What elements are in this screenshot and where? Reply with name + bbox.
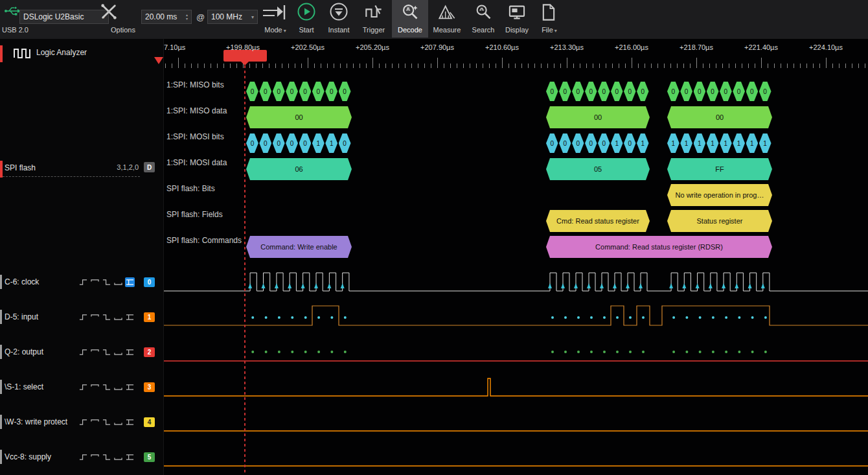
ruler-tick (716, 64, 716, 68)
low-level-trigger-icon[interactable] (113, 312, 123, 322)
trigger-button[interactable]: Trigger (358, 26, 389, 34)
search-button[interactable]: Search (468, 26, 498, 34)
decode-row-label[interactable]: SPI flash: Commands (166, 236, 242, 245)
decode-row-label[interactable]: SPI flash: Fields (166, 210, 223, 219)
start-icon[interactable] (297, 2, 316, 21)
any-edge-trigger-icon[interactable] (125, 382, 135, 392)
wrench-icon[interactable] (100, 3, 118, 21)
decode-row-label[interactable]: SPI flash: Bits (166, 184, 215, 193)
trigger-icon[interactable] (365, 3, 383, 21)
falling-edge-trigger-icon[interactable] (102, 347, 111, 357)
channel-badge[interactable]: 4 (144, 417, 155, 427)
ruler-tick (534, 64, 535, 68)
channel-badge[interactable]: 3 (144, 382, 155, 392)
channel-badge[interactable]: 2 (144, 347, 155, 357)
decode-button[interactable]: Decode (392, 26, 428, 34)
rising-edge-trigger-icon[interactable] (78, 382, 88, 392)
ruler-tick (347, 64, 347, 68)
rising-edge-trigger-icon[interactable] (78, 277, 88, 287)
file-icon[interactable] (540, 3, 557, 21)
field-annotation: Cmd: Read status register (546, 210, 650, 232)
ruler-tick (573, 64, 574, 68)
instant-button[interactable]: Instant (323, 26, 354, 34)
high-level-trigger-icon[interactable] (90, 382, 100, 392)
low-level-trigger-icon[interactable] (113, 382, 123, 392)
rising-edge-trigger-icon[interactable] (78, 417, 88, 427)
low-level-trigger-icon[interactable] (113, 452, 123, 462)
ruler-tick (638, 64, 639, 68)
channel-accent-bar (0, 310, 2, 324)
decode-row-label[interactable]: 1:SPI: MOSI data (166, 158, 227, 167)
falling-edge-trigger-icon[interactable] (102, 277, 111, 287)
ruler-tick (625, 64, 626, 68)
ruler-tick (787, 64, 788, 68)
spinner-arrows-icon[interactable]: ▴▾ (183, 13, 188, 21)
high-level-trigger-icon[interactable] (90, 452, 100, 462)
channel-row-clock[interactable]: C-6: clock 0 (0, 273, 163, 291)
measure-icon[interactable] (438, 3, 456, 21)
channel-accent-bar (0, 450, 2, 464)
search-icon[interactable] (474, 3, 492, 21)
sample-rate-select[interactable]: 100 MHz▾ (207, 10, 258, 24)
falling-edge-trigger-icon[interactable] (102, 312, 111, 322)
file-button[interactable]: File▾ (536, 26, 563, 34)
decoder-channel-map[interactable]: 3,1,2,0 (76, 163, 139, 171)
low-level-trigger-icon[interactable] (113, 277, 123, 287)
high-level-trigger-icon[interactable] (90, 312, 100, 322)
channel-accent-bar (0, 415, 2, 429)
mode-icon[interactable] (262, 4, 286, 22)
decoder-row[interactable]: SPI flash 3,1,2,0 D (0, 161, 163, 177)
trigger-flag[interactable] (223, 50, 267, 62)
decode-icon[interactable] (401, 3, 419, 21)
any-edge-trigger-icon[interactable] (125, 312, 135, 322)
rising-edge-trigger-icon[interactable] (78, 347, 88, 357)
high-level-trigger-icon[interactable] (90, 417, 100, 427)
start-button[interactable]: Start (293, 26, 320, 34)
low-level-trigger-icon[interactable] (113, 417, 123, 427)
high-level-trigger-icon[interactable] (90, 347, 100, 357)
rising-edge-trigger-icon[interactable] (78, 312, 88, 322)
channel-badge[interactable]: 5 (144, 452, 155, 462)
falling-edge-trigger-icon[interactable] (102, 382, 111, 392)
channel-row-supply[interactable]: Vcc-8: supply 5 (0, 448, 163, 466)
any-edge-trigger-icon[interactable] (125, 417, 135, 427)
ruler-tick (405, 64, 405, 68)
any-edge-trigger-icon[interactable] (125, 277, 135, 287)
trigger-mode-icons[interactable] (78, 417, 135, 427)
mode-button[interactable]: Mode▾ (259, 26, 291, 34)
channel-row-select[interactable]: \S-1: select 3 (0, 378, 163, 396)
logic-analyzer-header[interactable]: Logic Analyzer (0, 44, 163, 62)
any-edge-trigger-icon[interactable] (125, 347, 135, 357)
ruler-tick (632, 58, 632, 68)
rising-edge-trigger-icon[interactable] (78, 452, 88, 462)
decode-row-label[interactable]: 1:SPI: MOSI bits (166, 132, 224, 141)
channel-badge[interactable]: 0 (144, 277, 155, 287)
high-level-trigger-icon[interactable] (90, 277, 100, 287)
device-select[interactable]: DSLogic U2Basic▾ (19, 10, 109, 24)
decode-row-label[interactable]: 1:SPI: MISO data (166, 106, 227, 115)
ruler-tick (865, 64, 865, 68)
ruler-tick (165, 64, 166, 68)
trigger-mode-icons[interactable] (78, 312, 135, 322)
trigger-mode-icons[interactable] (78, 382, 135, 392)
channel-row-input[interactable]: D-5: input 1 (0, 308, 163, 326)
capture-duration-select[interactable]: 20.00 ms ▴▾ (141, 10, 192, 24)
trigger-mode-icons[interactable] (78, 277, 135, 287)
display-button[interactable]: Display (501, 26, 533, 34)
low-level-trigger-icon[interactable] (113, 347, 123, 357)
decoder-badge[interactable]: D (144, 162, 155, 172)
channel-badge[interactable]: 1 (144, 312, 155, 322)
trigger-mode-icons[interactable] (78, 347, 135, 357)
display-icon[interactable] (508, 3, 526, 21)
measure-button[interactable]: Measure (429, 26, 465, 34)
falling-edge-trigger-icon[interactable] (102, 417, 111, 427)
ruler-tick (314, 64, 315, 68)
channel-row-output[interactable]: Q-2: output 2 (0, 343, 163, 361)
channel-row-write-protect[interactable]: \W-3: write protect 4 (0, 413, 163, 431)
falling-edge-trigger-icon[interactable] (102, 452, 111, 462)
trigger-mode-icons[interactable] (78, 452, 135, 462)
decode-row-label[interactable]: 1:SPI: MISO bits (166, 80, 224, 89)
instant-icon[interactable] (329, 2, 348, 21)
any-edge-trigger-icon[interactable] (125, 452, 135, 462)
options-label[interactable]: Options (108, 26, 139, 34)
